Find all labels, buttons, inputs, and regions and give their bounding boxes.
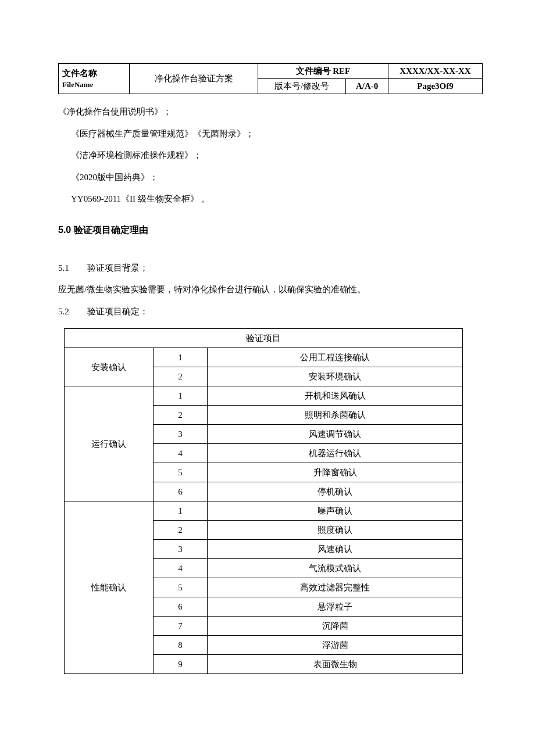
subsection-title-text: 验证项目确定：: [87, 307, 148, 316]
document-header-table: 文件名称 FileName 净化操作台验证方案 文件编号 REF XXXX/XX…: [58, 63, 483, 94]
section-5-heading: 5.0 验证项目确定理由: [58, 224, 483, 237]
item-number-cell: 4: [154, 444, 208, 463]
category-cell: 运行确认: [65, 386, 154, 501]
subsection-5-1-title: 5.1 验证项目背景；: [58, 257, 483, 280]
header-version-label-cell: 版本号/修改号: [258, 79, 345, 94]
item-text-cell: 气流模式确认: [208, 559, 463, 578]
verification-items-table: 验证项目 安装确认1公用工程连接确认2安装环境确认运行确认1开机和送风确认2照明…: [64, 328, 463, 674]
item-text-cell: 风速确认: [208, 540, 463, 559]
item-text-cell: 沉降菌: [208, 617, 463, 636]
ref-label: 文件编号 REF: [296, 66, 351, 76]
filename-label-en: FileName: [62, 80, 126, 90]
table-row: 运行确认1开机和送风确认: [65, 386, 463, 406]
item-text-cell: 公用工程连接确认: [208, 348, 463, 367]
item-number-cell: 4: [154, 559, 208, 578]
item-number-cell: 1: [154, 386, 208, 406]
table-row: 安装确认1公用工程连接确认: [65, 348, 463, 367]
reference-item: YY0569-2011《II 级生物安全柜》 。: [71, 188, 483, 210]
item-number-cell: 3: [154, 540, 208, 559]
item-number-cell: 1: [154, 501, 208, 521]
header-title-cell: 净化操作台验证方案: [130, 63, 258, 94]
item-text-cell: 升降窗确认: [208, 463, 463, 482]
item-text-cell: 噪声确认: [208, 501, 463, 521]
item-number-cell: 2: [154, 367, 208, 386]
page: 文件名称 FileName 净化操作台验证方案 文件编号 REF XXXX/XX…: [0, 0, 535, 756]
item-number-cell: 7: [154, 617, 208, 636]
version-label: 版本号/修改号: [274, 81, 329, 91]
item-number-cell: 5: [154, 463, 208, 482]
item-number-cell: 6: [154, 597, 208, 617]
subsection-5-1-body: 应无菌/微生物实验实验需要，特对净化操作台进行确认，以确保实验的准确性。: [58, 279, 483, 301]
header-filename-label-cell: 文件名称 FileName: [59, 63, 130, 94]
item-text-cell: 机器运行确认: [208, 444, 463, 463]
reference-item: 《2020版中国药典》；: [71, 167, 483, 189]
table-caption: 验证项目: [65, 329, 463, 348]
item-number-cell: 8: [154, 636, 208, 655]
item-text-cell: 悬浮粒子: [208, 597, 463, 617]
references-block: 《净化操作台使用说明书》； 《医疗器械生产质量管理规范》《无菌附录》； 《洁净环…: [58, 101, 483, 210]
reference-item: 《医疗器械生产质量管理规范》《无菌附录》；: [71, 123, 483, 145]
subsection-5-2-title: 5.2 验证项目确定：: [58, 301, 483, 323]
item-number-cell: 5: [154, 578, 208, 597]
reference-item: 《净化操作台使用说明书》；: [58, 101, 483, 123]
item-text-cell: 照度确认: [208, 521, 463, 540]
header-page-info-cell: Page3Of9: [388, 79, 482, 94]
item-number-cell: 3: [154, 425, 208, 444]
item-number-cell: 6: [154, 482, 208, 501]
subsection-number: 5.1: [58, 257, 85, 280]
category-cell: 性能确认: [65, 501, 154, 674]
item-text-cell: 浮游菌: [208, 636, 463, 655]
item-text-cell: 高效过滤器完整性: [208, 578, 463, 597]
item-text-cell: 风速调节确认: [208, 425, 463, 444]
page-info: Page3Of9: [417, 81, 453, 91]
reference-item: 《洁净环境检测标准操作规程》；: [71, 145, 483, 167]
item-text-cell: 照明和杀菌确认: [208, 406, 463, 425]
header-ref-label-cell: 文件编号 REF: [258, 63, 388, 79]
version-value: A/A-0: [356, 81, 378, 91]
item-text-cell: 表面微生物: [208, 655, 463, 674]
item-number-cell: 2: [154, 406, 208, 425]
table-row: 性能确认1噪声确认: [65, 501, 463, 521]
document-title: 净化操作台验证方案: [155, 74, 233, 83]
header-ref-value-cell: XXXX/XX-XX-XX: [388, 63, 482, 79]
filename-label-cn: 文件名称: [62, 67, 126, 80]
header-version-value-cell: A/A-0: [346, 79, 388, 94]
item-text-cell: 开机和送风确认: [208, 386, 463, 406]
category-cell: 安装确认: [65, 348, 154, 386]
item-number-cell: 1: [154, 348, 208, 367]
item-text-cell: 停机确认: [208, 482, 463, 501]
item-number-cell: 9: [154, 655, 208, 674]
ref-value: XXXX/XX-XX-XX: [400, 66, 470, 76]
subsection-number: 5.2: [58, 301, 85, 323]
item-number-cell: 2: [154, 521, 208, 540]
item-text-cell: 安装环境确认: [208, 367, 463, 386]
subsection-title-text: 验证项目背景；: [87, 263, 148, 273]
